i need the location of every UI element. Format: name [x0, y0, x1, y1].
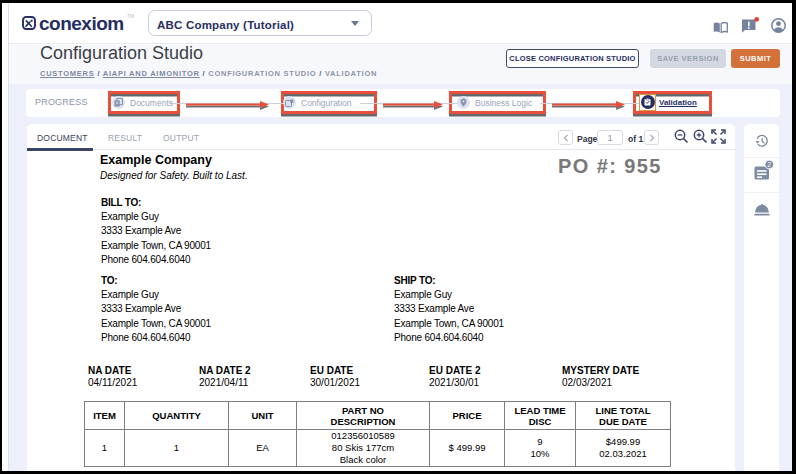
svg-text:2: 2: [767, 161, 771, 168]
